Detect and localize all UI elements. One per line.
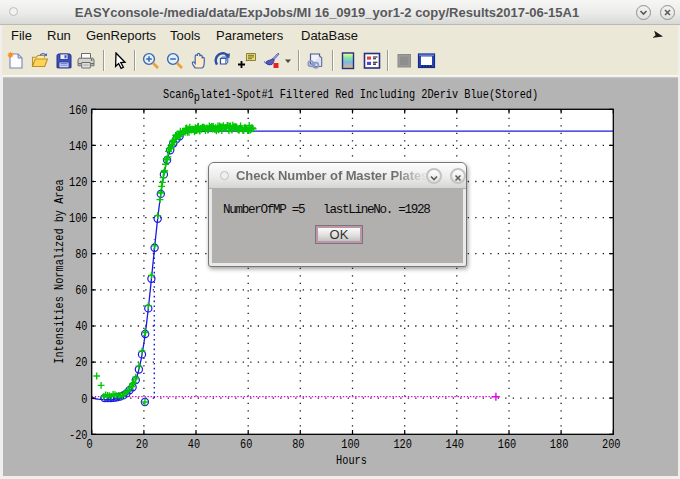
svg-text:100: 100 <box>69 212 88 226</box>
svg-text:Intensities Normalized by Area: Intensities Normalized by Area <box>53 179 67 364</box>
svg-text:40: 40 <box>75 320 87 334</box>
svg-text:40: 40 <box>188 438 200 452</box>
svg-text:80: 80 <box>292 438 304 452</box>
svg-text:late1-Spot#1 Filtered Red Incl: late1-Spot#1 Filtered Red Including 2Der… <box>200 88 538 102</box>
svg-text:20: 20 <box>75 356 87 370</box>
svg-text:Hours: Hours <box>336 454 367 468</box>
svg-text:200: 200 <box>602 438 621 452</box>
svg-text:160: 160 <box>498 438 517 452</box>
svg-text:Scan6: Scan6 <box>163 88 194 102</box>
svg-text:20: 20 <box>136 438 148 452</box>
svg-text:180: 180 <box>550 438 569 452</box>
svg-text:120: 120 <box>393 438 412 452</box>
svg-text:-20: -20 <box>69 429 88 443</box>
svg-text:80: 80 <box>75 248 87 262</box>
svg-text:100: 100 <box>341 438 360 452</box>
svg-text:0: 0 <box>87 438 93 452</box>
svg-text:140: 140 <box>446 438 465 452</box>
svg-text:160: 160 <box>69 104 88 118</box>
svg-text:0: 0 <box>81 393 87 407</box>
svg-text:60: 60 <box>240 438 252 452</box>
svg-text:120: 120 <box>69 176 88 190</box>
svg-text:140: 140 <box>69 140 88 154</box>
svg-text:60: 60 <box>75 284 87 298</box>
